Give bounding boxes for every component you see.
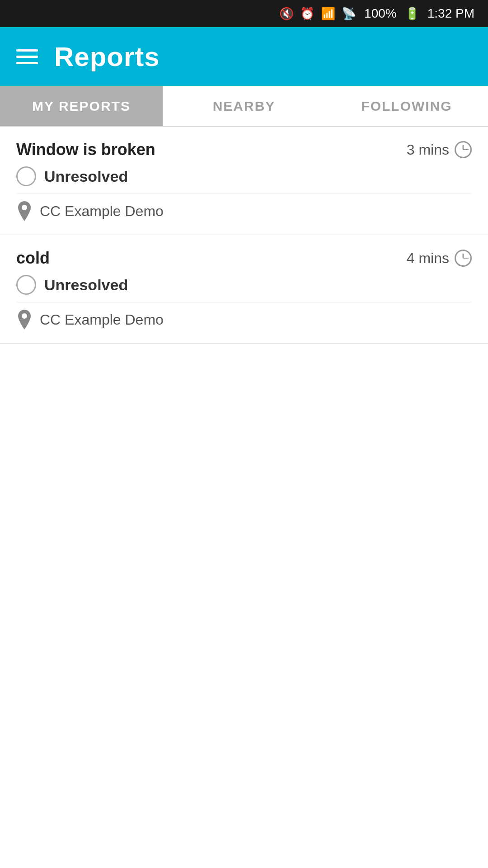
svg-point-1 xyxy=(22,313,27,319)
report-location-row: CC Example Demo xyxy=(16,201,472,221)
location-pin-icon xyxy=(16,201,33,221)
report-time: 3 mins xyxy=(407,142,449,158)
alarm-icon: ⏰ xyxy=(300,7,314,21)
status-indicator xyxy=(16,166,36,186)
clock-hand-minute xyxy=(463,149,469,150)
app-bar: Reports xyxy=(0,27,488,86)
svg-point-0 xyxy=(22,205,27,210)
report-location: CC Example Demo xyxy=(40,203,164,220)
report-item[interactable]: Window is broken 3 mins Unresolved CC Ex… xyxy=(0,127,488,235)
status-indicator xyxy=(16,275,36,295)
battery-icon: 🔋 xyxy=(405,7,419,21)
page-title: Reports xyxy=(54,41,160,72)
battery-level: 100% xyxy=(364,6,397,21)
clock-icon xyxy=(455,141,472,158)
report-status-row: Unresolved xyxy=(16,166,472,194)
report-time-container: 3 mins xyxy=(407,141,472,158)
signal-icon: 📡 xyxy=(342,7,356,21)
report-list: Window is broken 3 mins Unresolved CC Ex… xyxy=(0,127,488,344)
location-pin-icon xyxy=(16,310,33,330)
report-header: cold 4 mins xyxy=(16,249,472,268)
report-header: Window is broken 3 mins xyxy=(16,140,472,159)
time-display: 1:32 PM xyxy=(427,6,474,21)
tab-bar: MY REPORTS NEARBY FOLLOWING xyxy=(0,86,488,127)
empty-content-area xyxy=(0,344,488,750)
tab-my-reports[interactable]: MY REPORTS xyxy=(0,86,163,126)
report-status-label: Unresolved xyxy=(44,168,128,185)
status-bar: 🔇 ⏰ 📶 📡 100% 🔋 1:32 PM xyxy=(0,0,488,27)
report-title: cold xyxy=(16,249,50,268)
tab-nearby[interactable]: NEARBY xyxy=(163,86,325,126)
wifi-icon: 📶 xyxy=(321,7,335,21)
report-time: 4 mins xyxy=(407,250,449,267)
tab-following[interactable]: FOLLOWING xyxy=(325,86,488,126)
report-location-row: CC Example Demo xyxy=(16,310,472,330)
clock-hand-minute xyxy=(463,258,469,259)
report-item[interactable]: cold 4 mins Unresolved CC Example Demo xyxy=(0,235,488,344)
hamburger-line-1 xyxy=(16,49,38,52)
report-status-row: Unresolved xyxy=(16,275,472,302)
report-location: CC Example Demo xyxy=(40,311,164,328)
report-status-label: Unresolved xyxy=(44,276,128,294)
clock-icon xyxy=(455,250,472,267)
hamburger-line-2 xyxy=(16,56,38,58)
hamburger-line-3 xyxy=(16,62,38,64)
status-icons: 🔇 ⏰ 📶 📡 xyxy=(279,7,356,21)
report-title: Window is broken xyxy=(16,140,155,159)
mute-icon: 🔇 xyxy=(279,7,294,21)
report-time-container: 4 mins xyxy=(407,250,472,267)
hamburger-menu-button[interactable] xyxy=(16,49,38,64)
